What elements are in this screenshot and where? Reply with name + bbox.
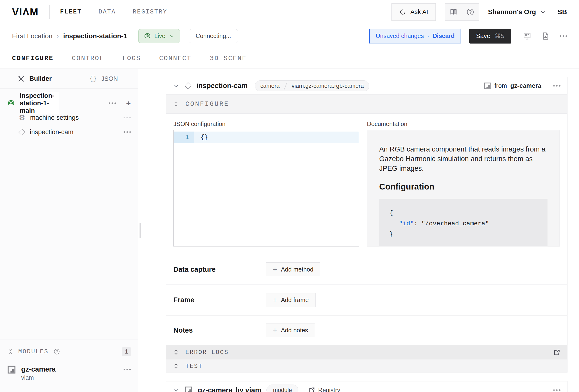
doc-code-block: { "id": "/overhead_camera" } <box>379 199 548 246</box>
machine-tabs: CONFIGURE CONTROL LOGS CONNECT 3D SCENE <box>0 48 579 69</box>
org-name: Shannon's Org <box>488 8 536 16</box>
discard-button[interactable]: Discard <box>433 32 455 39</box>
documentation-panel[interactable]: An RGB camera component that reads image… <box>367 130 560 246</box>
data-capture-label: Data capture <box>173 265 266 273</box>
modules-title: MODULES <box>18 348 49 355</box>
module-card: gz-camera by viam module Registry <box>166 381 568 392</box>
nav-divider <box>49 5 50 19</box>
nav-data[interactable]: DATA <box>99 8 116 15</box>
component-menu[interactable] <box>124 131 131 133</box>
editor-line: 1 {} <box>174 132 359 143</box>
collapse-icon <box>173 101 179 107</box>
add-method-button[interactable]: + Add method <box>266 262 320 276</box>
viam-logo[interactable]: VIΛM <box>12 6 39 18</box>
connection-status-button[interactable]: Connecting... <box>189 29 238 43</box>
component-type: camera <box>255 80 285 91</box>
doc-description: An RGB camera component that reads image… <box>379 144 548 173</box>
module-list-item[interactable]: gz-camera viam <box>7 365 131 381</box>
test-bar[interactable]: TEST <box>166 360 567 373</box>
org-switcher[interactable]: Shannon's Org <box>488 8 546 16</box>
component-card-menu[interactable] <box>553 85 561 86</box>
test-label: TEST <box>185 363 203 370</box>
help-icon[interactable] <box>462 3 479 20</box>
json-config-label: JSON configuration <box>173 120 225 127</box>
add-frame-button[interactable]: + Add frame <box>266 293 316 307</box>
save-button[interactable]: Save ⌘S <box>469 29 511 44</box>
main-part-menu[interactable] <box>109 102 116 104</box>
breadcrumb-location[interactable]: First Location <box>12 32 52 40</box>
primary-nav: FLEET DATA REGISTRY <box>60 8 167 15</box>
machine-overflow-menu[interactable] <box>560 35 567 37</box>
frame-row: Frame + Add frame <box>166 285 567 315</box>
json-toggle-label: JSON <box>101 75 118 82</box>
component-diamond-icon <box>184 82 192 89</box>
tree-item-inspection-cam[interactable]: inspection-cam <box>0 125 138 139</box>
editor-code: {} <box>194 132 359 143</box>
module-card-name: gz-camera <box>198 386 232 392</box>
json-mode-toggle[interactable]: {} JSON <box>69 69 138 88</box>
nav-registry[interactable]: REGISTRY <box>133 8 167 15</box>
builder-label: Builder <box>29 75 52 82</box>
builder-json-toggle: Builder {} JSON <box>0 69 138 89</box>
tools-icon <box>17 75 25 83</box>
open-external-icon[interactable] <box>553 349 561 356</box>
error-logs-label: ERROR LOGS <box>185 349 229 356</box>
registry-link[interactable]: Registry <box>308 387 340 392</box>
module-icon <box>484 82 491 89</box>
machine-settings-menu[interactable] <box>124 117 131 118</box>
collapse-icon[interactable] <box>7 348 13 355</box>
chevron-down-icon <box>540 9 546 15</box>
line-number: 1 <box>174 132 194 143</box>
tab-3d-scene[interactable]: 3D SCENE <box>210 55 247 62</box>
sidebar-resize-handle[interactable] <box>139 223 141 238</box>
collapse-chevron-icon[interactable] <box>173 82 180 89</box>
add-notes-label: Add notes <box>281 327 308 334</box>
code-close-brace: } <box>389 231 393 238</box>
module-card-menu[interactable] <box>553 389 561 391</box>
notes-row: Notes + Add notes <box>166 315 567 345</box>
tab-control[interactable]: CONTROL <box>72 55 104 62</box>
module-icon <box>185 386 193 392</box>
help-icon-group <box>445 3 479 21</box>
modules-count-badge: 1 <box>122 347 131 356</box>
machine-bar: First Location › inspection-station-1 Li… <box>0 24 579 48</box>
chevron-down-icon <box>169 33 175 39</box>
ask-ai-label: Ask AI <box>410 8 428 16</box>
code-value: "/overhead_camera" <box>422 220 489 227</box>
modules-help-icon[interactable] <box>53 348 60 355</box>
builder-mode-toggle[interactable]: Builder <box>0 69 69 88</box>
tab-connect[interactable]: CONNECT <box>159 55 191 62</box>
machine-status-dropdown[interactable]: Live <box>138 29 180 43</box>
add-notes-button[interactable]: + Add notes <box>266 323 315 337</box>
docs-book-icon[interactable] <box>445 3 462 20</box>
module-card-by: by viam <box>235 386 261 392</box>
unsaved-changes-banner: Unsaved changes · Discard <box>369 29 461 44</box>
main-part-name: inspection-station-1-main <box>20 92 59 114</box>
user-avatar[interactable]: SB <box>558 8 567 16</box>
configure-section-bar[interactable]: CONFIGURE <box>166 94 567 114</box>
breadcrumb-separator: › <box>57 32 59 40</box>
machine-part-tree: inspection-station-1-main + ⚙ machine se… <box>0 89 138 139</box>
module-menu[interactable] <box>124 369 131 370</box>
plus-icon: + <box>273 266 277 273</box>
nav-fleet[interactable]: FLEET <box>60 8 82 15</box>
ask-ai-button[interactable]: Ask AI <box>391 3 436 21</box>
json-config-editor[interactable]: 1 {} <box>173 130 359 246</box>
add-frame-label: Add frame <box>281 297 309 304</box>
config-main-area: inspection-cam camera viam:gz-camera:rgb… <box>138 69 579 392</box>
tab-logs[interactable]: LOGS <box>122 55 141 62</box>
component-card: inspection-cam camera viam:gz-camera:rgb… <box>166 77 568 373</box>
unsaved-separator: · <box>427 32 429 39</box>
tree-item-main-part[interactable]: inspection-station-1-main + <box>0 96 138 110</box>
collapse-chevron-icon[interactable] <box>173 387 180 392</box>
add-component-button[interactable]: + <box>126 99 131 107</box>
module-icon <box>7 365 16 374</box>
logs-document-icon[interactable] <box>541 32 550 40</box>
gear-icon: ⚙ <box>19 114 25 121</box>
machine-page-icon[interactable] <box>523 32 531 40</box>
error-logs-bar[interactable]: ERROR LOGS <box>166 345 567 360</box>
code-open-brace: { <box>389 210 393 217</box>
from-label: from <box>494 82 507 89</box>
tab-configure[interactable]: CONFIGURE <box>12 55 54 62</box>
add-method-label: Add method <box>281 266 314 273</box>
